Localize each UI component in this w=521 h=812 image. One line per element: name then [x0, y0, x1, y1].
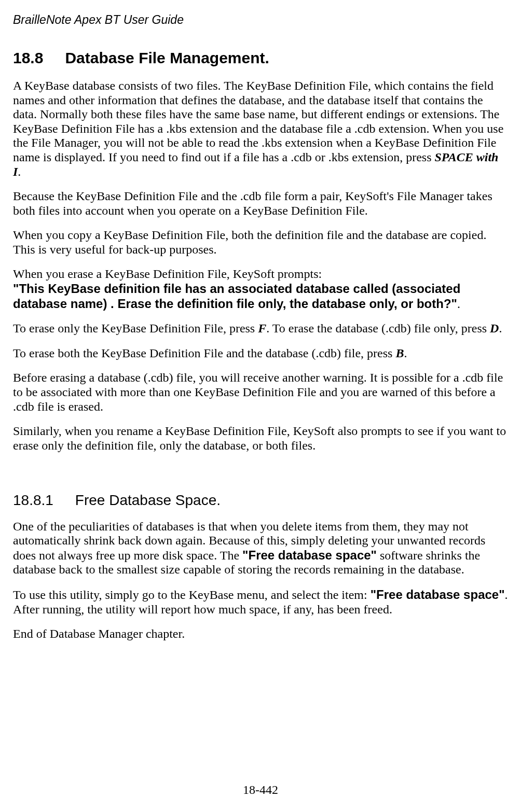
text: When you erase a KeyBase Definition File…	[13, 267, 322, 281]
paragraph: Similarly, when you rename a KeyBase Def…	[13, 424, 509, 453]
section-number: 18.8	[13, 49, 43, 67]
section-heading-18-8-1: 18.8.1Free Database Space.	[13, 492, 509, 509]
paragraph: A KeyBase database consists of two files…	[13, 79, 509, 179]
section-title: Database File Management.	[65, 49, 269, 66]
page-content: BrailleNote Apex BT User Guide 18.8Datab…	[0, 0, 521, 812]
page-footer: 18-442	[0, 783, 521, 797]
text: To use this utility, simply go to the Ke…	[13, 588, 371, 601]
section-heading-18-8: 18.8Database File Management.	[13, 49, 509, 67]
section-number: 18.8.1	[13, 492, 53, 509]
text: To erase only the KeyBase Definition Fil…	[13, 321, 258, 335]
ui-label: "Free database space"	[242, 548, 377, 562]
text: To erase both the KeyBase Definition Fil…	[13, 346, 395, 360]
keystroke: D	[490, 321, 499, 335]
spacer	[13, 463, 509, 492]
text: A KeyBase database consists of two files…	[13, 79, 503, 164]
paragraph: To erase only the KeyBase Definition Fil…	[13, 321, 509, 336]
section-title: Free Database Space.	[75, 492, 221, 508]
ui-label: "Free database space"	[371, 587, 505, 601]
paragraph: End of Database Manager chapter.	[13, 627, 509, 641]
paragraph: Before erasing a database (.cdb) file, y…	[13, 371, 509, 414]
prompt-text: "This KeyBase definition file has an ass…	[13, 282, 460, 311]
paragraph: To erase both the KeyBase Definition Fil…	[13, 346, 509, 361]
paragraph: To use this utility, simply go to the Ke…	[13, 587, 509, 617]
text: .	[457, 297, 460, 311]
text: .	[404, 346, 407, 360]
paragraph: Because the KeyBase Definition File and …	[13, 189, 509, 218]
keystroke: F	[258, 321, 266, 335]
page-header: BrailleNote Apex BT User Guide	[13, 13, 509, 26]
text: . To erase the database (.cdb) file only…	[266, 321, 490, 335]
text: .	[499, 321, 502, 335]
paragraph: One of the peculiarities of databases is…	[13, 520, 509, 577]
paragraph: When you erase a KeyBase Definition File…	[13, 267, 509, 311]
keystroke: B	[395, 346, 404, 360]
text: .	[18, 165, 21, 178]
paragraph: When you copy a KeyBase Definition File,…	[13, 228, 509, 257]
